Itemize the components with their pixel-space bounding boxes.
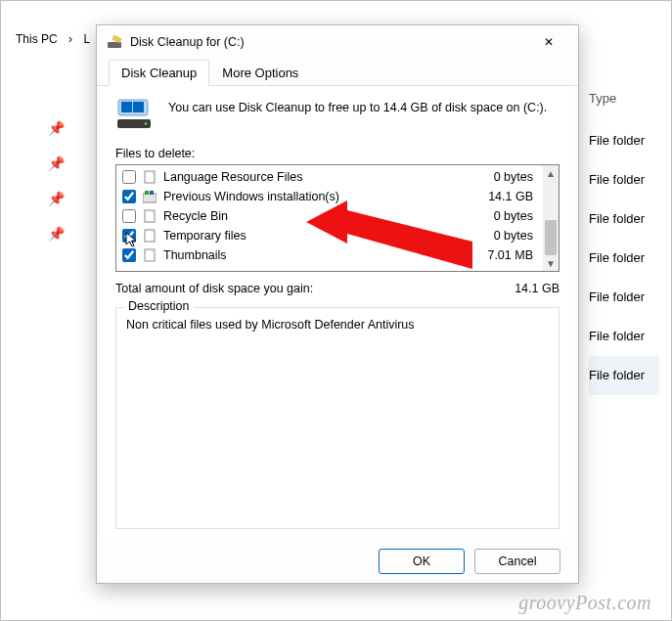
dialog-button-row: OK Cancel — [97, 540, 578, 583]
ok-button[interactable]: OK — [379, 549, 465, 574]
files-to-delete-label: Files to delete: — [115, 147, 560, 160]
dialog-body: You can use Disk Cleanup to free up to 1… — [100, 86, 575, 537]
quick-access-pins: 📌 📌 📌 📌 — [48, 120, 65, 242]
intro-row: You can use Disk Cleanup to free up to 1… — [115, 98, 560, 131]
svg-rect-9 — [150, 191, 154, 195]
intro-text: You can use Disk Cleanup to free up to 1… — [168, 98, 547, 131]
scroll-up-button[interactable]: ▲ — [543, 165, 559, 181]
breadcrumb-part[interactable]: This PC — [12, 32, 62, 46]
description-groupbox: Description Non critical files used by M… — [115, 307, 560, 529]
scroll-down-button[interactable]: ▼ — [543, 255, 559, 271]
tab-strip: Disk Cleanup More Options — [97, 59, 578, 86]
explorer-row[interactable]: File folder — [589, 239, 659, 278]
cancel-button-label: Cancel — [499, 554, 537, 568]
total-row: Total amount of disk space you gain: 14.… — [115, 282, 560, 295]
file-checkbox[interactable] — [122, 190, 136, 203]
disk-cleanup-dialog: Disk Cleanup for (C:) ✕ Disk Cleanup Mor… — [96, 24, 579, 584]
scroll-track[interactable] — [543, 181, 559, 255]
explorer-type-column: Type File folder File folder File folder… — [589, 87, 659, 395]
file-name: Recycle Bin — [163, 209, 494, 223]
watermark: groovyPost.com — [518, 592, 651, 614]
total-label: Total amount of disk space you gain: — [115, 282, 515, 295]
file-checkbox[interactable] — [122, 229, 136, 243]
column-header-type[interactable]: Type — [589, 87, 659, 121]
pin-icon: 📌 — [48, 120, 65, 136]
file-row[interactable]: Recycle Bin 0 bytes — [118, 206, 541, 226]
scroll-thumb[interactable] — [545, 220, 557, 255]
disk-cleanup-icon — [107, 33, 124, 51]
explorer-row[interactable]: File folder — [589, 278, 659, 317]
file-row[interactable]: Previous Windows installation(s) 14.1 GB — [118, 187, 541, 206]
file-size: 14.1 GB — [488, 190, 541, 203]
breadcrumb-separator: › — [65, 32, 76, 46]
file-row[interactable]: Language Resource Files 0 bytes — [118, 167, 541, 187]
file-checkbox[interactable] — [122, 170, 136, 184]
svg-rect-2 — [121, 102, 132, 112]
explorer-row[interactable]: File folder — [589, 121, 659, 160]
svg-rect-3 — [133, 102, 144, 112]
file-name: Temporary files — [163, 229, 494, 243]
file-icon — [142, 228, 157, 244]
file-checkbox[interactable] — [122, 248, 136, 262]
pin-icon: 📌 — [48, 191, 65, 206]
cancel-button[interactable]: Cancel — [474, 549, 560, 574]
file-size: 0 bytes — [494, 229, 541, 243]
description-legend: Description — [124, 299, 194, 313]
explorer-row[interactable]: File folder — [589, 160, 659, 200]
breadcrumb[interactable]: This PC › L — [12, 32, 94, 46]
tab-disk-cleanup[interactable]: Disk Cleanup — [109, 60, 209, 86]
ok-button-label: OK — [413, 554, 430, 568]
close-button[interactable]: ✕ — [527, 27, 570, 57]
file-size: 7.01 MB — [487, 248, 541, 262]
file-name: Thumbnails — [163, 248, 487, 262]
file-size: 0 bytes — [494, 209, 541, 223]
pin-icon: 📌 — [48, 155, 65, 171]
file-checkbox[interactable] — [122, 209, 136, 223]
svg-point-5 — [145, 122, 147, 124]
drive-icon — [115, 98, 153, 131]
svg-rect-7 — [143, 194, 157, 202]
file-size: 0 bytes — [494, 170, 541, 184]
file-row[interactable]: Thumbnails 7.01 MB — [118, 245, 541, 265]
svg-rect-8 — [145, 191, 149, 195]
file-icon — [142, 208, 157, 224]
tab-more-options[interactable]: More Options — [209, 60, 311, 86]
explorer-row[interactable]: File folder — [589, 356, 659, 395]
explorer-row[interactable]: File folder — [589, 317, 659, 356]
file-row[interactable]: Temporary files 0 bytes — [118, 226, 541, 245]
total-value: 14.1 GB — [515, 282, 560, 295]
explorer-row[interactable]: File folder — [589, 200, 659, 239]
file-icon — [142, 169, 157, 185]
file-name: Previous Windows installation(s) — [163, 190, 488, 203]
breadcrumb-part[interactable]: L — [79, 32, 94, 46]
dialog-title: Disk Cleanup for (C:) — [130, 35, 527, 49]
scrollbar[interactable]: ▲ ▼ — [543, 165, 559, 271]
winupdate-icon — [142, 189, 157, 204]
file-list: Language Resource Files 0 bytes Previous… — [115, 164, 560, 272]
file-name: Language Resource Files — [163, 170, 494, 184]
pin-icon: 📌 — [48, 226, 65, 242]
titlebar[interactable]: Disk Cleanup for (C:) ✕ — [97, 25, 578, 59]
description-text: Non critical files used by Microsoft Def… — [126, 318, 549, 332]
close-icon: ✕ — [544, 35, 554, 49]
file-icon — [142, 247, 157, 263]
